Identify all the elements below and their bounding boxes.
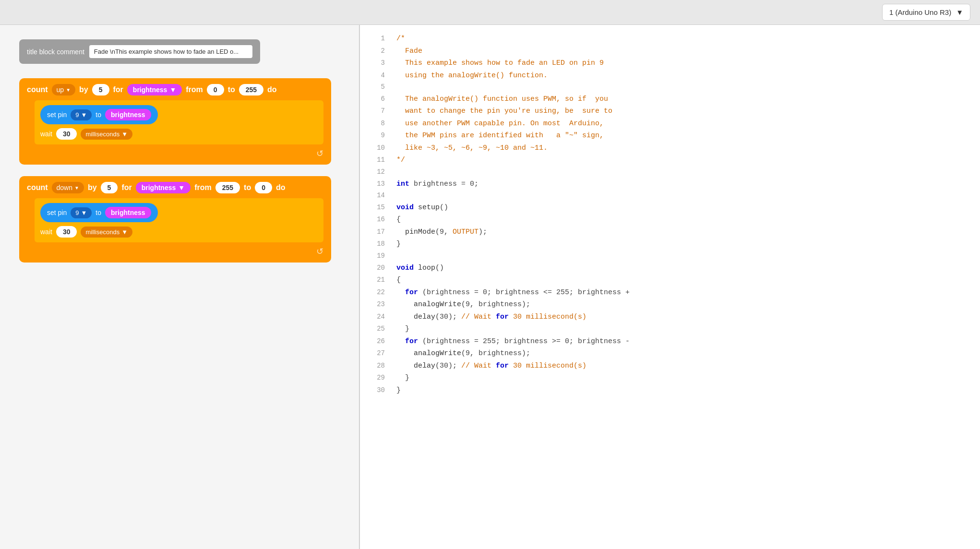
- line-code: for (brightness = 255; brightness >= 0; …: [396, 335, 630, 348]
- line-number: 29: [368, 372, 385, 384]
- loop1-by-value[interactable]: 5: [92, 84, 109, 95]
- loop-1-header: count up ▼ by 5 for brightness ▼ from 0 …: [27, 84, 323, 95]
- code-line: 9 the PWM pins are identified with a "~"…: [360, 130, 980, 142]
- line-number: 13: [368, 179, 385, 190]
- loop2-by-value[interactable]: 5: [101, 182, 118, 193]
- loop2-pin-dropdown[interactable]: 9 ▼: [71, 207, 92, 218]
- loop2-wait-row: wait 30 milliseconds ▼: [40, 226, 318, 238]
- code-line: 23 analogWrite(9, brightness);: [360, 298, 980, 311]
- loop1-to-value[interactable]: 255: [239, 84, 263, 95]
- line-number: 14: [368, 190, 385, 202]
- code-line: 21{: [360, 274, 980, 286]
- loop2-to-label: to: [244, 183, 251, 192]
- line-code: {: [396, 274, 401, 286]
- code-line: 3 This example shows how to fade an LED …: [360, 57, 980, 70]
- comment-block-input[interactable]: [89, 45, 252, 58]
- line-number: 19: [368, 251, 385, 262]
- loop1-direction-arrow: ▼: [66, 87, 71, 93]
- device-selector[interactable]: 1 (Arduino Uno R3) ▼: [882, 4, 970, 21]
- line-number: 22: [368, 287, 385, 298]
- loop1-pin-dropdown[interactable]: 9 ▼: [71, 109, 92, 120]
- loop2-from-value[interactable]: 255: [215, 182, 240, 193]
- code-line: 13int brightness = 0;: [360, 178, 980, 191]
- loop1-set-pin-label: set pin: [47, 111, 67, 119]
- loop2-ms-dropdown[interactable]: milliseconds ▼: [81, 227, 132, 238]
- line-code: int brightness = 0;: [396, 178, 478, 191]
- line-code: using the analogWrite() function.: [396, 70, 548, 82]
- dropdown-arrow-icon: ▼: [956, 8, 963, 16]
- line-number: 10: [368, 143, 385, 154]
- line-code: analogWrite(9, brightness);: [396, 298, 530, 311]
- loop1-pin-arrow: ▼: [81, 111, 87, 119]
- loop2-do-label: do: [276, 183, 286, 192]
- line-code: }: [396, 372, 409, 384]
- line-code: delay(30); // Wait for 30 millisecond(s): [396, 311, 586, 323]
- line-code: }: [396, 323, 409, 335]
- loop1-repeat-icon: ↺: [316, 148, 323, 159]
- line-code: use another PWM capable pin. On most Ard…: [396, 118, 604, 130]
- loop1-wait-label: wait: [40, 130, 52, 138]
- loop-block-2: count down ▼ by 5 for brightness ▼ from …: [19, 176, 331, 263]
- loop2-wait-value[interactable]: 30: [56, 226, 77, 238]
- loop1-do-label: do: [267, 85, 277, 94]
- loop2-pin-arrow: ▼: [81, 209, 87, 216]
- line-number: 3: [368, 58, 385, 69]
- loop2-direction-dropdown[interactable]: down ▼: [52, 182, 84, 193]
- loop2-set-pin-block: set pin 9 ▼ to brightness: [40, 203, 158, 222]
- loop2-var-arrow: ▼: [178, 184, 185, 191]
- loop-2-header: count down ▼ by 5 for brightness ▼ from …: [27, 182, 323, 193]
- line-number: 1: [368, 33, 385, 45]
- line-number: 7: [368, 106, 385, 117]
- line-code: void setup(): [396, 202, 448, 214]
- code-line: 5: [360, 82, 980, 93]
- loop2-var-dropdown[interactable]: brightness ▼: [136, 182, 191, 193]
- line-number: 4: [368, 70, 385, 82]
- code-line: 10 like ~3, ~5, ~6, ~9, ~10 and ~11.: [360, 142, 980, 155]
- loop1-to-label: to: [228, 85, 235, 94]
- code-panel: 1/*2 Fade3 This example shows how to fad…: [360, 25, 980, 549]
- line-code: {: [396, 214, 401, 226]
- line-number: 27: [368, 348, 385, 359]
- line-code: This example shows how to fade an LED on…: [396, 57, 604, 70]
- code-line: 19: [360, 251, 980, 262]
- loop2-brightness-var[interactable]: brightness: [105, 207, 151, 218]
- code-line: 24 delay(30); // Wait for 30 millisecond…: [360, 311, 980, 323]
- loop1-direction-dropdown[interactable]: up ▼: [52, 84, 75, 95]
- loop1-wait-value[interactable]: 30: [56, 128, 77, 140]
- loop2-from-label: from: [194, 183, 212, 192]
- loop2-count-label: count: [27, 183, 48, 192]
- loop1-wait-row: wait 30 milliseconds ▼: [40, 128, 318, 140]
- comment-block: title block comment: [19, 39, 260, 64]
- code-line: 7 want to change the pin you're using, b…: [360, 105, 980, 118]
- line-number: 17: [368, 227, 385, 238]
- loop2-set-pin-label: set pin: [47, 209, 67, 216]
- loop2-to-value[interactable]: 0: [255, 182, 272, 193]
- loop-block-1: count up ▼ by 5 for brightness ▼ from 0 …: [19, 78, 331, 165]
- line-number: 24: [368, 311, 385, 323]
- line-code: want to change the pin you're using, be …: [396, 105, 612, 118]
- line-code: The analogWrite() function uses PWM, so …: [396, 93, 608, 106]
- loop1-var-dropdown[interactable]: brightness ▼: [127, 84, 182, 95]
- loop1-brightness-var[interactable]: brightness: [105, 109, 151, 120]
- loop1-count-label: count: [27, 85, 48, 94]
- loop1-ms-dropdown[interactable]: milliseconds ▼: [81, 129, 132, 140]
- loop1-set-pin-block: set pin 9 ▼ to brightness: [40, 105, 158, 124]
- code-line: 20void loop(): [360, 262, 980, 274]
- code-line: 26 for (brightness = 255; brightness >= …: [360, 335, 980, 348]
- line-number: 6: [368, 94, 385, 105]
- line-number: 11: [368, 155, 385, 166]
- code-line: 28 delay(30); // Wait for 30 millisecond…: [360, 360, 980, 372]
- line-number: 2: [368, 46, 385, 57]
- code-line: 15void setup(): [360, 202, 980, 214]
- blocks-panel: title block comment count up ▼ by 5 for …: [0, 25, 360, 549]
- loop2-repeat-icon: ↺: [316, 246, 323, 257]
- code-line: 2 Fade: [360, 45, 980, 58]
- line-code: delay(30); // Wait for 30 millisecond(s): [396, 360, 586, 372]
- loop1-from-value[interactable]: 0: [207, 84, 224, 95]
- line-number: 15: [368, 202, 385, 214]
- line-number: 5: [368, 82, 385, 93]
- line-number: 9: [368, 130, 385, 142]
- loop2-wait-label: wait: [40, 228, 52, 236]
- line-code: like ~3, ~5, ~6, ~9, ~10 and ~11.: [396, 142, 548, 155]
- loop1-var-arrow: ▼: [169, 86, 176, 94]
